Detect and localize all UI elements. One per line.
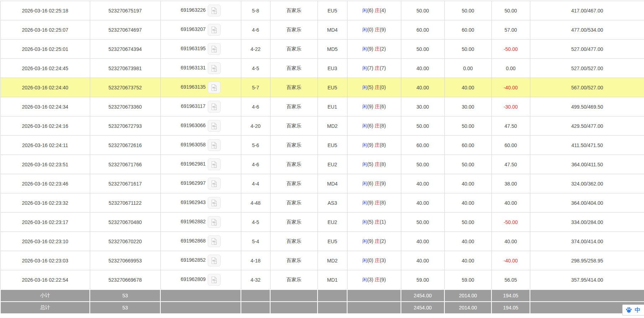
bet-time-cell: 2026-03-16 02:23:10 bbox=[0, 232, 90, 251]
bet-amount[interactable]: 40.00 bbox=[416, 258, 429, 264]
banker-label: 庄 bbox=[375, 65, 380, 71]
game-name: 百家乐 bbox=[287, 181, 302, 186]
bet-amount[interactable]: 59.00 bbox=[416, 277, 429, 283]
bet-amount[interactable]: 40.00 bbox=[416, 85, 429, 90]
bet-amount-cell[interactable]: 40.00 bbox=[401, 174, 444, 193]
subtotal-empty-table bbox=[318, 290, 347, 302]
balance: 357.95/414.00 bbox=[571, 277, 603, 283]
bet-time-cell: 2026-03-16 02:25:07 bbox=[0, 20, 90, 40]
bet-amount[interactable]: 50.00 bbox=[416, 219, 429, 225]
bet-amount-cell[interactable]: 59.00 bbox=[401, 270, 444, 290]
player-label: 闲 bbox=[362, 200, 367, 205]
round-cell: 691962997 bbox=[160, 174, 241, 193]
bet-amount-cell[interactable]: 50.00 bbox=[401, 155, 444, 174]
bet-amount[interactable]: 50.00 bbox=[416, 162, 429, 167]
valid-bet-cell: 40.00 bbox=[444, 251, 491, 270]
bet-amount[interactable]: 50.00 bbox=[416, 46, 429, 52]
bet-time-cell: 2026-03-16 02:23:17 bbox=[0, 213, 90, 232]
bet-amount[interactable]: 50.00 bbox=[416, 123, 429, 129]
result-cell: 闲(3) 庄(9) bbox=[347, 270, 401, 290]
banker-label: 庄 bbox=[375, 142, 380, 148]
result-cell: 闲(9) 庄(8) bbox=[347, 136, 401, 155]
valid-bet-cell: 60.00 bbox=[444, 20, 491, 40]
bet-id-cell: 523270671122 bbox=[90, 193, 160, 213]
video-replay-button[interactable] bbox=[208, 43, 221, 55]
bet-amount-cell[interactable]: 60.00 bbox=[401, 20, 444, 40]
video-file-icon bbox=[210, 26, 218, 34]
bet-id: 523270672793 bbox=[108, 123, 141, 129]
bet-amount[interactable]: 40.00 bbox=[416, 200, 429, 206]
table-code-cell: EU5 bbox=[318, 78, 347, 97]
bet-amount-cell[interactable]: 40.00 bbox=[401, 232, 444, 251]
video-replay-button[interactable] bbox=[208, 24, 221, 36]
video-replay-button[interactable] bbox=[208, 5, 221, 16]
video-replay-button[interactable] bbox=[208, 120, 221, 132]
bet-amount[interactable]: 50.00 bbox=[416, 8, 429, 14]
game-name: 百家乐 bbox=[287, 219, 302, 225]
bet-id-cell: 523270673981 bbox=[90, 59, 160, 78]
bet-time: 2026-03-16 02:25:07 bbox=[22, 27, 68, 33]
round-id: 691962868 bbox=[181, 238, 206, 244]
video-replay-button[interactable] bbox=[208, 62, 221, 74]
player-score: (5) bbox=[367, 219, 373, 225]
bet-amount[interactable]: 40.00 bbox=[416, 181, 429, 187]
bet-amount[interactable]: 40.00 bbox=[416, 239, 429, 244]
player-score: (5) bbox=[367, 84, 373, 90]
valid-bet: 59.00 bbox=[462, 277, 474, 283]
result-cell: 闲(9) 庄(2) bbox=[347, 232, 401, 251]
player-score: (6) bbox=[367, 123, 373, 129]
banker-score: (9) bbox=[380, 27, 386, 32]
bet-amount-cell[interactable]: 40.00 bbox=[401, 193, 444, 213]
win-loss: -40.00 bbox=[504, 85, 518, 90]
table-code: EU1 bbox=[328, 104, 337, 110]
bet-amount[interactable]: 60.00 bbox=[416, 142, 429, 148]
video-replay-button[interactable] bbox=[208, 82, 221, 93]
bet-amount-cell[interactable]: 40.00 bbox=[401, 78, 444, 97]
player-score: (0) bbox=[367, 257, 373, 263]
video-replay-button[interactable] bbox=[208, 235, 221, 247]
round-id: 691963066 bbox=[181, 122, 206, 128]
bet-time-cell: 2026-03-16 02:23:51 bbox=[0, 155, 90, 174]
valid-bet: 60.00 bbox=[462, 27, 474, 33]
valid-bet: 40.00 bbox=[462, 85, 474, 90]
shoe-round-cell: 4-4 bbox=[241, 174, 270, 193]
bet-amount-cell[interactable]: 60.00 bbox=[401, 136, 444, 155]
banker-label: 庄 bbox=[375, 27, 380, 32]
round-cell: 691962868 bbox=[160, 232, 241, 251]
game-cell: 百家乐 bbox=[270, 1, 318, 20]
translate-widget[interactable]: 中 bbox=[622, 304, 644, 316]
bet-amount-cell[interactable]: 30.00 bbox=[401, 97, 444, 116]
video-replay-button[interactable] bbox=[208, 158, 221, 170]
winloss-cell: 40.00 bbox=[491, 232, 530, 251]
player-score: (3) bbox=[367, 277, 373, 282]
bet-id-cell: 523270671766 bbox=[90, 155, 160, 174]
banker-label: 庄 bbox=[375, 219, 380, 225]
bet-amount-cell[interactable]: 50.00 bbox=[401, 116, 444, 136]
video-replay-button[interactable] bbox=[208, 274, 221, 286]
round-id: 691963226 bbox=[181, 7, 206, 13]
video-replay-button[interactable] bbox=[208, 139, 221, 151]
bet-amount[interactable]: 30.00 bbox=[416, 104, 429, 110]
game-name: 百家乐 bbox=[287, 238, 302, 244]
bet-amount[interactable]: 40.00 bbox=[416, 66, 429, 71]
video-replay-button[interactable] bbox=[208, 255, 221, 266]
bet-amount-cell[interactable]: 50.00 bbox=[401, 213, 444, 232]
bet-amount[interactable]: 60.00 bbox=[416, 27, 429, 33]
bet-amount-cell[interactable]: 50.00 bbox=[401, 1, 444, 20]
video-replay-button[interactable] bbox=[208, 197, 221, 209]
video-replay-button[interactable] bbox=[208, 216, 221, 228]
player-label: 闲 bbox=[362, 104, 367, 109]
bet-id: 523270673981 bbox=[108, 66, 141, 71]
balance-cell: 324.00/362.00 bbox=[530, 174, 644, 193]
round-cell: 691963195 bbox=[160, 40, 241, 59]
bet-history-table: 2026-03-16 02:25:18 523270675197 6919632… bbox=[0, 1, 644, 314]
valid-bet: 50.00 bbox=[462, 8, 474, 14]
video-replay-button[interactable] bbox=[208, 178, 221, 189]
bet-amount-cell[interactable]: 40.00 bbox=[401, 59, 444, 78]
video-replay-button[interactable] bbox=[208, 101, 221, 113]
bet-time: 2026-03-16 02:24:11 bbox=[22, 142, 68, 148]
bet-amount-cell[interactable]: 40.00 bbox=[401, 251, 444, 270]
bet-time-cell: 2026-03-16 02:24:34 bbox=[0, 97, 90, 116]
bet-amount-cell[interactable]: 50.00 bbox=[401, 40, 444, 59]
banker-score: (3) bbox=[380, 257, 386, 263]
